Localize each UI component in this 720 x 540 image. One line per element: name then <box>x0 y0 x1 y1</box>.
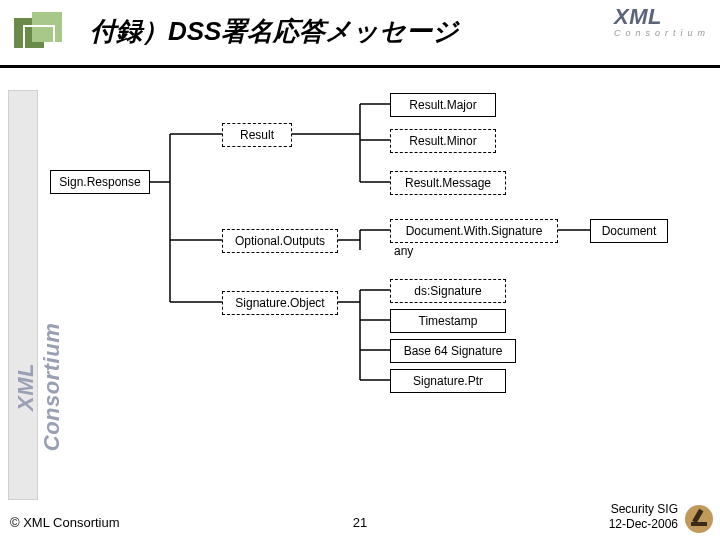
node-signature-ptr: Signature.Ptr <box>390 369 506 393</box>
node-document: Document <box>590 219 668 243</box>
node-ds-signature: ds:Signature <box>390 279 506 303</box>
node-signature-object: Signature.Object <box>222 291 338 315</box>
gavel-icon <box>684 504 714 534</box>
logo-main: XML <box>614 4 662 29</box>
node-sign-response: Sign.Response <box>50 170 150 194</box>
logo: XML Consortium <box>614 4 710 38</box>
node-result-message: Result.Message <box>390 171 506 195</box>
header-deco-icon <box>14 12 70 60</box>
footer-line1: Security SIG <box>609 502 678 517</box>
header: 付録）DSS署名応答メッセージ XML Consortium <box>0 0 720 68</box>
connector-lines <box>50 90 710 492</box>
node-timestamp: Timestamp <box>390 309 506 333</box>
page-title: 付録）DSS署名応答メッセージ <box>90 14 459 49</box>
diagram: Sign.Response Result Result.Major Result… <box>50 90 710 492</box>
footer-line2: 12-Dec-2006 <box>609 517 678 532</box>
logo-sub: Consortium <box>614 28 710 38</box>
node-document-with-signature: Document.With.Signature <box>390 219 558 243</box>
label-any: any <box>394 244 413 258</box>
svg-rect-25 <box>691 522 707 526</box>
node-result: Result <box>222 123 292 147</box>
side-band: XML Consortium <box>8 90 38 500</box>
node-optional-outputs: Optional.Outputs <box>222 229 338 253</box>
slide-number: 21 <box>353 515 367 530</box>
node-result-minor: Result.Minor <box>390 129 496 153</box>
footer-right: Security SIG 12-Dec-2006 <box>609 502 678 532</box>
footer-copyright: © XML Consortium <box>10 515 120 530</box>
node-result-major: Result.Major <box>390 93 496 117</box>
node-base64-signature: Base 64 Signature <box>390 339 516 363</box>
